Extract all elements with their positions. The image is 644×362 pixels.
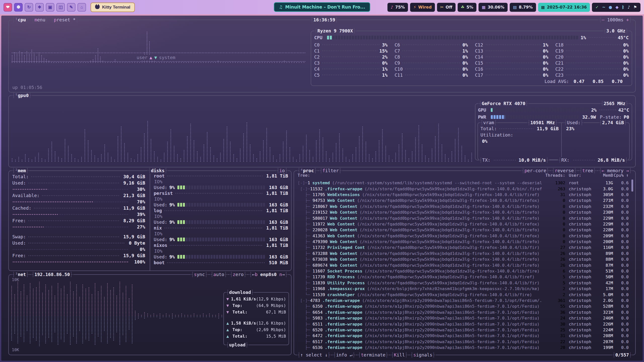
kitty-terminal-label: Kitty Terminal xyxy=(102,5,130,10)
proc-footer-action[interactable]: ↑ select ↓ xyxy=(297,352,331,358)
gpu-box-title: ⁵gpu0 xyxy=(12,93,32,99)
disk-used-label: Used: xyxy=(154,219,167,225)
process-row[interactable]: ├─ 6536.ferdium-wrappe(/nix/store/a1pj8h… xyxy=(298,345,629,350)
net-option-button[interactable]: zero xyxy=(229,272,247,278)
disk-module[interactable]: ▤ 8.79% xyxy=(510,3,536,12)
cpu-usage-module[interactable]: ☘ 5% xyxy=(458,3,477,12)
process-box: ⁴proc filter per-corereversetree ← memor… xyxy=(294,170,636,355)
note-icon[interactable]: ♪ xyxy=(627,5,630,10)
proc-footer-action[interactable]: Kill xyxy=(391,352,408,358)
music-note-icon: ♫ xyxy=(279,5,283,10)
process-row[interactable]: ├─ 6511.ferdium-wrappe(/nix/store/a1pj8h… xyxy=(298,321,629,327)
process-user: christoph xyxy=(565,328,595,332)
process-row[interactable]: ├─ 580017Web Content(/nix/store/fqadd0bp… xyxy=(298,215,629,221)
process-row[interactable]: [-]─11532.firefox-wrappe(/nix/store/fqad… xyxy=(298,186,629,192)
process-row[interactable]: ├─ 41363Web Content(/nix/store/fqadd0bpr… xyxy=(298,233,629,239)
process-row[interactable]: ├─ 11607Socket Process(/nix/store/fqadd0… xyxy=(298,268,629,274)
menu-button[interactable]: menu xyxy=(31,17,49,23)
process-row[interactable]: ├─ 6654.ferdium-wrappe(/nix/store/a1pj8h… xyxy=(298,309,629,315)
process-row[interactable]: ├─ 6520.ferdium-wrappe(/nix/store/a1pj8h… xyxy=(298,327,629,333)
net-stat-label: Top: xyxy=(232,327,243,332)
process-row[interactable]: ├─ 479390Web Content(/nix/store/fqadd0bp… xyxy=(298,239,629,245)
process-threads: 26 xyxy=(542,263,565,268)
bell-icon[interactable]: ⚑ xyxy=(633,5,637,10)
process-row[interactable]: ├─ 5983.ferdium-wrappe(/nix/store/a1pj8h… xyxy=(298,315,629,321)
process-command: ├─ 673288Web Content(/nix/store/fqadd0bp… xyxy=(298,251,542,256)
workspace-refresh-button[interactable]: ↻ xyxy=(25,3,33,12)
load-average-values: 0.47 0.85 0.70 xyxy=(574,79,623,84)
preset-button[interactable]: preset * xyxy=(51,17,79,23)
core-row: C9 0% xyxy=(395,60,468,66)
process-row[interactable]: ├─ 6472.ferdium-wrappe(/nix/store/a1pj8h… xyxy=(298,333,629,339)
process-row[interactable]: [-]─4783.ferdium-wrappe(/nix/store/a1pj8… xyxy=(298,298,629,303)
media-player-widget[interactable]: ♫ Minuit Machine – Don't Run Fro... xyxy=(274,2,370,12)
process-command: [-]─1systemd(/run/current-system/systemd… xyxy=(298,180,542,185)
process-row[interactable]: ├─ 218067Web Content(/nix/store/fqadd0bp… xyxy=(298,204,629,209)
process-scrollbar[interactable] xyxy=(631,179,633,192)
process-row[interactable]: ├─ 220028Web Content(/nix/store/fqadd0bp… xyxy=(298,227,629,233)
workspace-6-button[interactable]: ⌂ xyxy=(77,3,86,12)
net-option-button[interactable]: auto xyxy=(210,272,227,278)
kitty-terminal-button[interactable]: Kitty Terminal xyxy=(91,3,135,12)
disk-used-meter xyxy=(177,186,265,189)
proc-footer-action[interactable]: terminate xyxy=(358,352,389,358)
process-row[interactable]: ├─ 689674Web Content(/nix/store/fqadd0bp… xyxy=(298,262,629,268)
process-row[interactable]: ├─ 6517.ferdium-wrappe(/nix/store/a1pj8h… xyxy=(298,339,629,345)
proc-option-button[interactable]: per-core xyxy=(521,168,549,174)
net-option-button[interactable]: sync xyxy=(191,272,208,278)
net-stats-panel: download upload ▼ 1,61 KiB/s (12,9 Kibps… xyxy=(223,292,289,345)
process-row[interactable]: ├─ 673288Web Content(/nix/store/fqadd0bp… xyxy=(298,251,629,256)
process-row[interactable]: └─ 11539crashhelper(/nix/store/fqadd0bpr… xyxy=(298,292,629,297)
filter-button[interactable]: filter xyxy=(319,168,342,174)
workspace-5-button[interactable]: ✎ xyxy=(67,3,75,12)
memory-module[interactable]: ▦ 30.06% xyxy=(478,3,508,12)
dot-icon[interactable]: ● xyxy=(609,5,612,10)
stat-value: 15,9 GiB xyxy=(123,253,145,258)
process-command: [-]─11532.firefox-wrappe(/nix/store/fqad… xyxy=(298,187,542,191)
volume-module[interactable]: ♪ 75% xyxy=(387,3,408,12)
process-row[interactable]: ├─ 219152Web Content(/nix/store/fqadd0bp… xyxy=(298,209,629,215)
proc-footer-action[interactable]: signals xyxy=(410,352,436,358)
dotted-leader xyxy=(322,68,380,70)
process-row[interactable]: ├─ 11739RDD Process(/nix/store/fqadd0bpr… xyxy=(298,274,629,280)
dotted-leader xyxy=(485,68,541,70)
proc-option-button[interactable]: tree xyxy=(579,168,596,174)
proc-footer-action[interactable]: info ↵ xyxy=(333,352,356,358)
refresh-rate-control[interactable]: – 1000ms + xyxy=(598,17,632,23)
proc-option-button[interactable]: reverse xyxy=(551,168,577,174)
process-row[interactable]: ├─ 11968.keepassxc-prox(/nix/store/bslpj… xyxy=(298,286,629,292)
stat-percent: 100% xyxy=(129,259,145,264)
process-row[interactable]: ├─ 94753Web Content(/nix/store/fqadd0bpr… xyxy=(298,198,629,203)
process-row[interactable]: ├─ 11795WebExtensions(/nix/store/fqadd0b… xyxy=(298,192,629,198)
process-row[interactable]: ├─ 673038Web Content(/nix/store/fqadd0bp… xyxy=(298,256,629,262)
datetime-module[interactable]: ▦ 2025-07-22 16:36 xyxy=(538,3,590,12)
process-command: ├─ 673038Web Content(/nix/store/fqadd0bp… xyxy=(298,257,542,262)
interface-selector[interactable]: ←b enp8s0 n→ xyxy=(249,272,288,278)
check-icon[interactable]: ✓ xyxy=(595,5,599,10)
dashboard-heart-button[interactable]: ❤ xyxy=(4,3,12,12)
disk-entry: persist 1,81 TiB IO% Used: 9% 163 GiB xyxy=(154,190,288,208)
process-row[interactable]: ├─ 11839Utility Process(/nix/store/fqadd… xyxy=(298,280,629,286)
core-label: C21 xyxy=(555,60,564,66)
diamond-icon[interactable]: ◆ xyxy=(616,5,619,10)
process-memory: 51M xyxy=(595,269,613,274)
vram-clock: 10501 MHz xyxy=(527,120,558,126)
process-row[interactable]: [-]─1systemd(/run/current-system/systemd… xyxy=(298,180,629,186)
disk-entry: root 1,81 TiB IO% Used: 9% 163 GiB xyxy=(154,173,288,190)
process-row[interactable]: ├─ 11732Privileged Cont(/nix/store/fqadd… xyxy=(298,245,629,250)
process-cpu: 0.0 xyxy=(613,281,629,285)
launcher-icon: ↻ xyxy=(27,5,31,10)
io-mode-button[interactable]: io xyxy=(276,168,288,174)
workspace-2-button[interactable]: ❖ xyxy=(35,3,44,12)
network-wired-module[interactable]: ⚡ Wired xyxy=(410,3,435,12)
net-stat-label: Top: xyxy=(232,303,243,308)
process-row[interactable]: ├─ 6350.ferdium-wrappe(/nix/store/a1pj8h… xyxy=(298,303,629,309)
wave-icon[interactable]: ~ xyxy=(602,5,605,10)
sort-selector[interactable]: ← memory → xyxy=(598,168,632,174)
workspace-4-button[interactable]: ◫ xyxy=(56,3,65,12)
nixos-menu-button[interactable]: ❆ xyxy=(14,3,23,12)
bluetooth-icon[interactable]: ᛒ xyxy=(622,5,624,10)
process-row[interactable]: ├─ 11972Web Content(/nix/store/fqadd0bpr… xyxy=(298,221,629,227)
idle-inhibitor-module[interactable]: ✂ Off xyxy=(437,3,456,12)
workspace-3-button[interactable]: ▣ xyxy=(46,3,54,12)
